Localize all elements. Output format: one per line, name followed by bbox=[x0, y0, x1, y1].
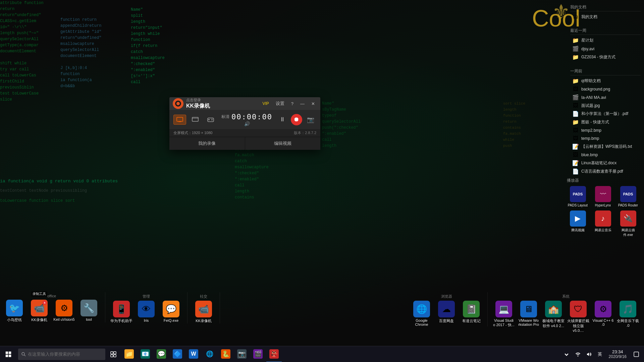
file-row-2[interactable]: 📁 GZ2034 - 快捷方式 bbox=[570, 53, 641, 61]
kk-help-button[interactable]: ? bbox=[289, 101, 296, 107]
image-icon: 🖼 bbox=[572, 86, 579, 92]
vs2017-name: Visual Studi o 2017 - 快... bbox=[493, 318, 515, 327]
kk-pause-button[interactable]: ⏸ bbox=[277, 114, 288, 125]
huorong-app[interactable]: 🛡 火绒弹窗拦截 独立版 v5.0.... bbox=[567, 301, 589, 333]
clock-area[interactable]: 23:34 2020/9/16 bbox=[605, 346, 630, 362]
kk-close-button[interactable]: ✕ bbox=[309, 101, 317, 107]
baidu-disk-app[interactable]: ☁ 百度网盘 bbox=[435, 301, 458, 326]
kk-screen-button[interactable] bbox=[173, 115, 186, 125]
huawei-assistant-app[interactable]: 📱 华为手机助手 bbox=[110, 301, 132, 323]
week-file-6[interactable]: 🖼 temp2.bmp bbox=[570, 126, 641, 134]
chrome-app[interactable]: 🌐 Google Chrome bbox=[411, 301, 433, 326]
recent-week-section: 最近一周 📁 星计划 🎬 djsy.avi 📁 GZ2034 - 快捷方式 bbox=[570, 27, 641, 61]
music-download-name: 全网音乐下载 .0 bbox=[617, 318, 639, 327]
kk-my-recordings-tab[interactable]: 我的录像 bbox=[169, 137, 245, 150]
file-row-1[interactable]: 🎬 djsy.avi bbox=[570, 45, 641, 53]
week-file-7[interactable]: 🖼 temp.bmp bbox=[570, 134, 641, 142]
my-docs-icon-row[interactable]: 🗂 我的文档 bbox=[570, 13, 641, 21]
taskbar-app7[interactable]: 🐍 bbox=[218, 346, 233, 362]
social-icons: 📹 KK录像机 bbox=[193, 301, 215, 323]
svg-point-15 bbox=[577, 355, 578, 356]
jiyujiaoyi-app[interactable]: 🏫 极域电子教室 软件 v4.0 2... bbox=[542, 301, 565, 333]
kk-settings-button[interactable]: 设置 bbox=[274, 100, 286, 107]
file-row-0[interactable]: 📁 星计划 bbox=[570, 36, 641, 45]
tool-app[interactable]: 🔧 tool bbox=[78, 300, 100, 322]
hyperlynx-app[interactable]: 〰 HyperLynx bbox=[592, 186, 614, 207]
xiaoniao-wallpaper-app[interactable]: 🐦 小鸟壁纸 bbox=[3, 300, 25, 322]
netease-music-app[interactable]: ♪ 网易云音乐 bbox=[592, 210, 614, 237]
vs2017-app[interactable]: 💻 Visual Studi o 2017 - 快... bbox=[493, 301, 515, 333]
huorong-name: 火绒弹窗拦截 独立版 v5.0.... bbox=[567, 318, 589, 333]
taskbar-word[interactable]: W bbox=[186, 346, 201, 362]
system-label: 系统 bbox=[493, 292, 639, 301]
image-icon: 🖼 bbox=[572, 103, 579, 109]
kk-bottom-name: KK录像机 bbox=[31, 317, 47, 322]
week-file-9[interactable]: 🖼 blue.bmp bbox=[570, 151, 641, 159]
right-apps-grid: PADS PADS Layout 〰 HyperLynx PADS PADS R… bbox=[567, 186, 641, 237]
week-file-3[interactable]: 🖼 面试题.jpg bbox=[570, 102, 641, 110]
pdf-icon: 📄 bbox=[572, 111, 579, 117]
search-box[interactable] bbox=[18, 349, 105, 360]
kk-timer-display: 00:00:00 bbox=[231, 113, 272, 121]
xiaoniao-name: 小鸟壁纸 bbox=[7, 317, 22, 322]
svg-rect-3 bbox=[192, 117, 198, 121]
week-file-11[interactable]: 📄 C语言函数速查手册.pdf bbox=[570, 167, 641, 176]
kk-recorder-bottom-app[interactable]: 录制工具 5 📹 KK录像机 bbox=[28, 300, 50, 322]
kk-game-button[interactable] bbox=[204, 115, 217, 125]
kk-camera-button[interactable]: 📷 bbox=[305, 114, 316, 125]
kk-info-bar: 全屏模式：644 × 362 版本：2.8.7.2 bbox=[169, 129, 320, 137]
kk-window-controls: VIP 设置 ? — ✕ bbox=[260, 100, 317, 107]
vmware-app[interactable]: 🖥 VMware Wo rkstation Pro bbox=[518, 301, 540, 333]
taskbar-file-explorer[interactable]: 📁 bbox=[121, 346, 137, 362]
keil-app[interactable]: ⚙ Keil uVision5 bbox=[53, 300, 75, 322]
week-file-1[interactable]: 🖼 background.png bbox=[570, 85, 641, 93]
taskbar-chrome[interactable]: 🌐 bbox=[202, 346, 217, 362]
week-file-4[interactable]: 📄 和小学算法（第一版）.pdf bbox=[570, 110, 641, 118]
music-download-app[interactable]: 🎵 全网音乐下载 .0 bbox=[617, 301, 639, 333]
taskbar-kk[interactable]: 👺 bbox=[266, 346, 282, 362]
tray-notifications[interactable] bbox=[631, 346, 641, 362]
pads-router-app[interactable]: PADS PADS Router bbox=[617, 186, 639, 207]
tray-network[interactable] bbox=[573, 346, 583, 362]
kk-window-button[interactable] bbox=[189, 115, 202, 125]
week-file-2[interactable]: 🎬 Ia-ANI MA.avi bbox=[570, 93, 641, 102]
netease-plugin-app[interactable]: 🔌 网易云插件.exe bbox=[617, 210, 639, 237]
kk-minimize-button[interactable]: — bbox=[298, 101, 307, 107]
taskbar-app4[interactable]: 🔷 bbox=[170, 346, 185, 362]
jiyujiaoyi-icon: 🏫 bbox=[545, 301, 562, 317]
huawei-icon: 📱 bbox=[113, 301, 130, 317]
doc-icon: 📝 bbox=[572, 160, 579, 166]
kk-vip-button[interactable]: VIP bbox=[260, 101, 271, 107]
vc6-app[interactable]: ⚙ Visual C++ 6 .0 bbox=[592, 301, 614, 333]
language-indicator[interactable]: 英 bbox=[596, 351, 604, 357]
iris-app[interactable]: 👁 Iris bbox=[135, 301, 157, 323]
management-group: 管理 📱 华为手机助手 👁 Iris 💬 FeiQ.exe bbox=[105, 292, 187, 323]
week-file-8[interactable]: 📝 【云林资源】WPS激活码.txt bbox=[570, 142, 641, 151]
task-view-button[interactable] bbox=[107, 346, 120, 362]
pads-layout-app[interactable]: PADS PADS Layout bbox=[567, 186, 589, 207]
week-file-0[interactable]: 📁 qt帮助文档 bbox=[570, 77, 641, 85]
feiq-app[interactable]: 💬 FeiQ.exe bbox=[160, 301, 182, 323]
tencent-video-app[interactable]: ▶ 腾讯视频 bbox=[567, 210, 589, 237]
tray-volume[interactable] bbox=[584, 346, 594, 362]
taskbar-mail[interactable]: 📧 bbox=[138, 346, 153, 362]
kk-volume-icon[interactable]: 🔊 bbox=[244, 121, 250, 126]
taskbar-media[interactable]: 🎬 bbox=[250, 346, 266, 362]
vc6-icon: ⚙ bbox=[595, 301, 611, 317]
week-file-5[interactable]: 📁 图嵌 - 快捷方式 bbox=[570, 118, 641, 126]
search-input[interactable] bbox=[28, 352, 102, 357]
right-desktop-panel: 我的文档 🗂 我的文档 最近一周 📁 星计划 🎬 djsy.avi 📁 GZ20… bbox=[570, 3, 641, 179]
social-label: 社交 bbox=[193, 292, 215, 301]
taskbar-camera[interactable]: 📷 bbox=[234, 346, 250, 362]
folder-icon: 🗂 bbox=[572, 14, 579, 20]
keil-icon: ⚙ bbox=[56, 300, 72, 316]
youdao-notes-app[interactable]: 📓 有道云笔记 bbox=[460, 301, 482, 326]
week-file-10[interactable]: 📝 Linux基础笔记.docx bbox=[570, 159, 641, 167]
kk-record-button[interactable]: ⏺ bbox=[291, 114, 302, 125]
tray-arrow[interactable] bbox=[561, 346, 572, 362]
start-button[interactable] bbox=[0, 346, 17, 362]
kk-edit-video-tab[interactable]: 编辑视频 bbox=[245, 137, 321, 150]
taskbar-wechat[interactable]: 💬 bbox=[154, 346, 169, 362]
kk-social-app[interactable]: 📹 KK录像机 bbox=[193, 301, 215, 323]
folder-icon-2: 📁 bbox=[572, 54, 579, 60]
